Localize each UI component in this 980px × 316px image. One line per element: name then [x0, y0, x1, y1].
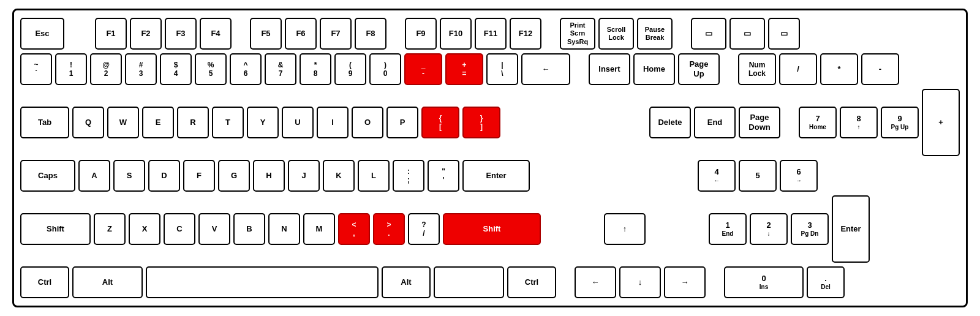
- key-l[interactable]: L: [358, 160, 390, 192]
- key-num-6[interactable]: 6→: [780, 160, 818, 192]
- key-b[interactable]: B: [233, 213, 265, 245]
- key-num-9[interactable]: 9Pg Up: [881, 107, 919, 138]
- key-num-2[interactable]: 2↓: [750, 213, 788, 245]
- key-o[interactable]: O: [352, 107, 383, 138]
- key-8[interactable]: *8: [300, 53, 331, 85]
- key-m[interactable]: M: [303, 213, 335, 245]
- key-f1[interactable]: F1: [95, 18, 127, 50]
- key-quote[interactable]: "': [428, 160, 459, 192]
- key-k[interactable]: K: [323, 160, 355, 192]
- key-open-bracket[interactable]: {[: [421, 107, 459, 138]
- key-num-4[interactable]: 4←: [698, 160, 736, 192]
- key-a[interactable]: A: [78, 160, 110, 192]
- key-extra3[interactable]: ▭: [768, 18, 800, 50]
- key-right-alt[interactable]: Alt: [382, 266, 431, 298]
- key-e[interactable]: E: [142, 107, 174, 138]
- key-extra1[interactable]: ▭: [691, 18, 726, 50]
- key-semicolon[interactable]: :;: [393, 160, 424, 192]
- key-f7[interactable]: F7: [320, 18, 352, 50]
- key-f4[interactable]: F4: [200, 18, 232, 50]
- key-arrow-right[interactable]: →: [664, 266, 706, 298]
- key-end[interactable]: End: [694, 107, 736, 138]
- key-num-0[interactable]: 0Ins: [724, 266, 804, 298]
- key-num-1[interactable]: 1End: [709, 213, 747, 245]
- key-c[interactable]: C: [164, 213, 195, 245]
- key-j[interactable]: J: [288, 160, 320, 192]
- key-print-screen[interactable]: PrintScrnSysRq: [560, 18, 595, 50]
- key-h[interactable]: H: [253, 160, 285, 192]
- key-slash[interactable]: ?/: [408, 213, 440, 245]
- key-tilde[interactable]: ~`: [20, 53, 52, 85]
- key-left-alt[interactable]: Alt: [72, 266, 143, 298]
- key-4[interactable]: $4: [160, 53, 192, 85]
- key-7[interactable]: &7: [265, 53, 296, 85]
- key-num-enter[interactable]: Enter: [832, 195, 870, 263]
- key-insert[interactable]: Insert: [589, 53, 630, 85]
- key-w[interactable]: W: [107, 107, 139, 138]
- key-arrow-up[interactable]: ↑: [604, 213, 646, 245]
- key-f9[interactable]: F9: [405, 18, 437, 50]
- key-num-slash[interactable]: /: [779, 53, 817, 85]
- key-0[interactable]: )0: [369, 53, 401, 85]
- key-s[interactable]: S: [113, 160, 145, 192]
- key-num-3[interactable]: 3Pg Dn: [791, 213, 829, 245]
- key-minus[interactable]: _-: [404, 53, 442, 85]
- key-comma[interactable]: <,: [338, 213, 370, 245]
- key-y[interactable]: Y: [247, 107, 279, 138]
- key-right-shift[interactable]: Shift: [443, 213, 541, 245]
- key-6[interactable]: ^6: [230, 53, 262, 85]
- key-close-bracket[interactable]: }]: [462, 107, 500, 138]
- key-f10[interactable]: F10: [440, 18, 472, 50]
- key-pause-break[interactable]: PauseBreak: [637, 18, 673, 50]
- key-backspace[interactable]: ←: [521, 53, 570, 85]
- key-f3[interactable]: F3: [165, 18, 197, 50]
- key-left-shift[interactable]: Shift: [20, 213, 91, 245]
- key-9[interactable]: (9: [334, 53, 366, 85]
- key-enter[interactable]: Enter: [462, 160, 530, 192]
- key-num-asterisk[interactable]: *: [820, 53, 858, 85]
- key-equals[interactable]: +=: [445, 53, 483, 85]
- key-num-5[interactable]: 5: [739, 160, 777, 192]
- key-num-dot[interactable]: .Del: [807, 266, 845, 298]
- key-page-down[interactable]: PageDown: [739, 107, 780, 138]
- key-g[interactable]: G: [218, 160, 250, 192]
- key-f2[interactable]: F2: [130, 18, 162, 50]
- key-f[interactable]: F: [183, 160, 215, 192]
- key-z[interactable]: Z: [94, 213, 126, 245]
- key-num-lock[interactable]: NumLock: [738, 53, 776, 85]
- key-f8[interactable]: F8: [355, 18, 386, 50]
- key-v[interactable]: V: [198, 213, 230, 245]
- key-tab[interactable]: Tab: [20, 107, 69, 138]
- key-2[interactable]: @2: [90, 53, 122, 85]
- key-5[interactable]: %5: [195, 53, 227, 85]
- key-i[interactable]: I: [317, 107, 349, 138]
- key-num-8[interactable]: 8↑: [840, 107, 878, 138]
- key-arrow-left[interactable]: ←: [575, 266, 616, 298]
- key-q[interactable]: Q: [72, 107, 104, 138]
- key-backslash[interactable]: |\: [486, 53, 518, 85]
- key-right-ctrl-spacer[interactable]: [434, 266, 504, 298]
- key-period[interactable]: >.: [373, 213, 405, 245]
- key-num-minus[interactable]: -: [861, 53, 899, 85]
- key-t[interactable]: T: [212, 107, 244, 138]
- key-f5[interactable]: F5: [250, 18, 282, 50]
- key-scroll-lock[interactable]: ScrollLock: [598, 18, 634, 50]
- key-delete[interactable]: Delete: [649, 107, 691, 138]
- key-u[interactable]: U: [282, 107, 314, 138]
- key-f6[interactable]: F6: [285, 18, 317, 50]
- key-home[interactable]: Home: [633, 53, 675, 85]
- key-p[interactable]: P: [386, 107, 418, 138]
- key-page-up[interactable]: PageUp: [678, 53, 720, 85]
- key-n[interactable]: N: [268, 213, 300, 245]
- key-arrow-down[interactable]: ↓: [619, 266, 661, 298]
- key-r[interactable]: R: [177, 107, 209, 138]
- key-esc[interactable]: Esc: [20, 18, 64, 50]
- key-f12[interactable]: F12: [510, 18, 541, 50]
- key-caps-lock[interactable]: Caps: [20, 160, 75, 192]
- key-left-ctrl[interactable]: Ctrl: [20, 266, 69, 298]
- key-3[interactable]: #3: [125, 53, 157, 85]
- key-num-plus[interactable]: +: [922, 89, 960, 156]
- key-x[interactable]: X: [129, 213, 160, 245]
- key-d[interactable]: D: [148, 160, 180, 192]
- key-extra2[interactable]: ▭: [729, 18, 765, 50]
